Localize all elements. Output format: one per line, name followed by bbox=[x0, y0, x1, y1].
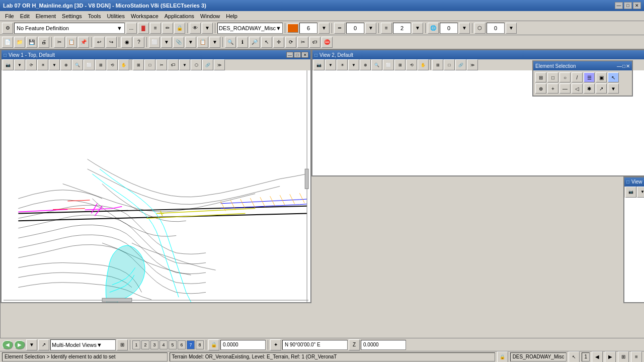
copy-btn[interactable]: 📋 bbox=[66, 37, 77, 48]
z-coord-input[interactable]: 0.0000 bbox=[361, 340, 406, 350]
menu-utilities[interactable]: Utilities bbox=[104, 12, 128, 20]
attach-arrow[interactable]: ▼ bbox=[185, 37, 196, 48]
v1-sun-arrow[interactable]: ▼ bbox=[49, 59, 60, 70]
color-number[interactable]: 6 bbox=[299, 23, 317, 34]
v1-sun[interactable]: ☀ bbox=[37, 59, 48, 70]
weight2-icon[interactable]: ⬡ bbox=[474, 23, 486, 34]
minimize-button[interactable]: — bbox=[615, 2, 623, 9]
menu-help[interactable]: Help bbox=[223, 12, 240, 20]
move-btn[interactable]: ✛ bbox=[273, 37, 284, 48]
v2-more[interactable]: ≫ bbox=[467, 59, 478, 70]
menu-window[interactable]: Window bbox=[197, 12, 223, 20]
zoom-btn[interactable]: 🔍 bbox=[225, 37, 236, 48]
v1-grid[interactable]: ⊞ bbox=[95, 59, 106, 70]
es-restore[interactable]: □ bbox=[622, 63, 625, 69]
es-pattern[interactable]: ▣ bbox=[596, 72, 607, 82]
v1-clip[interactable]: ✂ bbox=[156, 59, 167, 70]
menu-edit[interactable]: Edit bbox=[17, 12, 33, 20]
v2-pan[interactable]: ✋ bbox=[418, 59, 429, 70]
nav-back[interactable]: ◀ bbox=[2, 340, 13, 349]
es-triangle[interactable]: ◁ bbox=[572, 83, 583, 94]
menu-tools[interactable]: Tools bbox=[85, 12, 104, 20]
fence-btn[interactable]: ⬜ bbox=[149, 37, 160, 48]
fence-arrow[interactable]: ▼ bbox=[161, 37, 172, 48]
es-down-arrow[interactable]: ▼ bbox=[608, 83, 619, 94]
print-btn[interactable]: 🖨 bbox=[38, 37, 49, 48]
v1-cam-btn[interactable]: 📷 bbox=[3, 59, 14, 70]
v1-tag[interactable]: 🏷 bbox=[168, 59, 179, 70]
v2-rotate[interactable]: ⟲ bbox=[406, 59, 417, 70]
model-icon[interactable]: ↗ bbox=[38, 339, 49, 350]
view7-canvas[interactable]: envisionCAD SEE THE POSSIBILITIES bbox=[624, 198, 644, 303]
v1-fence[interactable]: ⬡ bbox=[191, 59, 202, 70]
view-button[interactable]: 👁 bbox=[190, 23, 201, 34]
v2-ref[interactable]: □ bbox=[444, 59, 455, 70]
v1-snap[interactable]: 🔗 bbox=[202, 59, 213, 70]
v1-arrow2[interactable]: ▼ bbox=[179, 59, 190, 70]
view-config-btn[interactable]: ⊞ bbox=[117, 339, 128, 350]
v2-snap[interactable]: 🔗 bbox=[455, 59, 466, 70]
es-star[interactable]: ✱ bbox=[584, 83, 595, 94]
v1-ref[interactable]: □ bbox=[144, 59, 155, 70]
status-btn4[interactable]: ≡ bbox=[631, 351, 642, 363]
ref-arrow[interactable]: ▼ bbox=[209, 37, 220, 48]
status-btn2[interactable]: ▶ bbox=[605, 351, 616, 363]
menu-element[interactable]: Element bbox=[33, 12, 59, 20]
lineweight-icon[interactable]: ≡ bbox=[381, 23, 392, 34]
v1-arrow[interactable]: ▼ bbox=[14, 59, 25, 70]
redo-btn[interactable]: ↪ bbox=[106, 37, 117, 48]
status-cursor-btn[interactable]: ↖ bbox=[569, 351, 580, 363]
nav-arrow[interactable]: ▼ bbox=[26, 339, 37, 350]
weight2-arrow[interactable]: ▼ bbox=[506, 23, 517, 34]
v1-tools[interactable]: ⊞ bbox=[133, 59, 144, 70]
es-line[interactable]: / bbox=[572, 72, 583, 82]
v1-rotate2[interactable]: ⟲ bbox=[107, 59, 118, 70]
view1-close[interactable]: ✕ bbox=[301, 52, 308, 58]
es-select-all[interactable]: ⊞ bbox=[535, 72, 546, 82]
compass-icon[interactable]: ✦ bbox=[270, 339, 281, 350]
view-num-4[interactable]: 4 bbox=[159, 340, 168, 349]
level-dropdown[interactable]: DES_ROADWAY_Misc ▼ bbox=[217, 23, 283, 34]
rotate-btn[interactable]: ⟳ bbox=[285, 37, 296, 48]
model-view-dropdown[interactable]: Multi-Model Views ▼ bbox=[50, 339, 116, 350]
v2-sun-arrow[interactable]: ▼ bbox=[348, 59, 359, 70]
lock-icon[interactable]: 🔒 bbox=[208, 339, 219, 350]
undo-btn[interactable]: ↩ bbox=[94, 37, 105, 48]
color-picker-button[interactable]: ▓ bbox=[138, 23, 149, 34]
view-num-1[interactable]: 1 bbox=[132, 340, 140, 349]
menu-applications[interactable]: Applications bbox=[162, 12, 197, 20]
v2-zoom[interactable]: 🔍 bbox=[371, 59, 382, 70]
save-btn[interactable]: 💾 bbox=[26, 37, 37, 48]
es-minimize[interactable]: — bbox=[617, 63, 622, 69]
v1-more[interactable]: ≫ bbox=[214, 59, 225, 70]
v7-cam-btn[interactable]: 📷 bbox=[625, 187, 636, 198]
view-num-8[interactable]: 8 bbox=[196, 340, 204, 349]
status-btn1[interactable]: ◀ bbox=[592, 351, 603, 363]
linestyle-icon[interactable]: ━ bbox=[334, 23, 345, 34]
v2-cam-btn[interactable]: 📷 bbox=[313, 59, 325, 70]
clip-btn[interactable]: ✂ bbox=[297, 37, 308, 48]
linestyle-number[interactable]: 0 bbox=[346, 23, 364, 34]
globe-icon[interactable]: 🌐 bbox=[428, 23, 439, 34]
view-arrow[interactable]: ▼ bbox=[202, 23, 213, 34]
view-num-2[interactable]: 2 bbox=[141, 340, 149, 349]
close-button[interactable]: ✕ bbox=[633, 2, 641, 9]
task-icon[interactable]: ⚙ bbox=[2, 23, 13, 34]
globe-number[interactable]: 0 bbox=[440, 23, 458, 34]
es-circle[interactable]: ○ bbox=[559, 72, 571, 82]
es-block[interactable]: ☰ bbox=[584, 72, 595, 82]
view-num-7[interactable]: 7 bbox=[187, 340, 195, 349]
v2-grid[interactable]: ⊞ bbox=[394, 59, 406, 70]
color-swatch[interactable] bbox=[287, 24, 298, 33]
es-rect[interactable]: □ bbox=[547, 72, 558, 82]
select-btn[interactable]: ↖ bbox=[261, 37, 272, 48]
v1-zoom-in[interactable]: 🔍 bbox=[72, 59, 83, 70]
v2-arrow[interactable]: ▼ bbox=[325, 59, 336, 70]
color-arrow[interactable]: ▼ bbox=[318, 23, 330, 34]
v1-rotate[interactable]: ⟳ bbox=[26, 59, 37, 70]
v2-sun[interactable]: ☀ bbox=[337, 59, 348, 70]
redraw-btn[interactable]: ◉ bbox=[121, 37, 132, 48]
new-btn[interactable]: 📄 bbox=[2, 37, 13, 48]
es-minus[interactable]: — bbox=[559, 83, 571, 94]
v2-target[interactable]: ⊕ bbox=[360, 59, 371, 70]
